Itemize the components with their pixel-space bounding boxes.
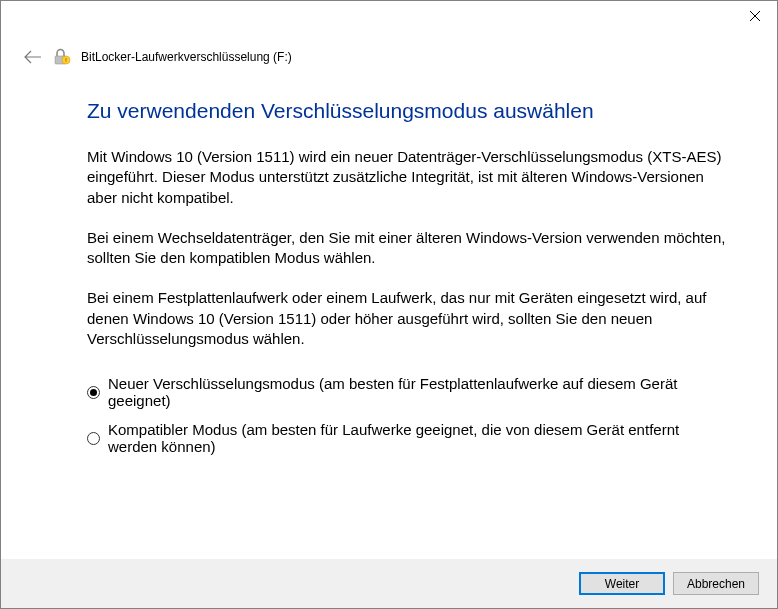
bitlocker-icon	[53, 48, 71, 66]
cancel-button[interactable]: Abbrechen	[673, 572, 759, 595]
footer: Weiter Abbrechen	[1, 559, 777, 608]
page-heading: Zu verwendenden Verschlüsselungsmodus au…	[87, 99, 729, 123]
content-area: Zu verwendenden Verschlüsselungsmodus au…	[1, 67, 777, 455]
radio-indicator	[87, 432, 100, 445]
radio-indicator	[87, 386, 100, 399]
svg-rect-3	[65, 59, 66, 62]
back-button[interactable]	[23, 47, 43, 67]
header-title: BitLocker-Laufwerkverschlüsselung (F:)	[81, 50, 292, 64]
radio-option-new-mode[interactable]: Neuer Verschlüsselungsmodus (am besten f…	[87, 375, 729, 409]
next-button[interactable]: Weiter	[579, 572, 665, 595]
titlebar	[1, 1, 777, 33]
close-button[interactable]	[732, 1, 777, 30]
paragraph-1: Mit Windows 10 (Version 1511) wird ein n…	[87, 147, 729, 208]
back-arrow-icon	[24, 50, 42, 64]
paragraph-3: Bei einem Festplattenlaufwerk oder einem…	[87, 288, 729, 349]
paragraph-2: Bei einem Wechseldatenträger, den Sie mi…	[87, 228, 729, 269]
radio-label: Neuer Verschlüsselungsmodus (am besten f…	[108, 375, 729, 409]
header-row: BitLocker-Laufwerkverschlüsselung (F:)	[1, 33, 777, 67]
radio-label: Kompatibler Modus (am besten für Laufwer…	[108, 421, 729, 455]
wizard-window: BitLocker-Laufwerkverschlüsselung (F:) Z…	[0, 0, 778, 609]
radio-option-compatible-mode[interactable]: Kompatibler Modus (am besten für Laufwer…	[87, 421, 729, 455]
close-icon	[750, 11, 760, 21]
options-group: Neuer Verschlüsselungsmodus (am besten f…	[87, 375, 729, 455]
